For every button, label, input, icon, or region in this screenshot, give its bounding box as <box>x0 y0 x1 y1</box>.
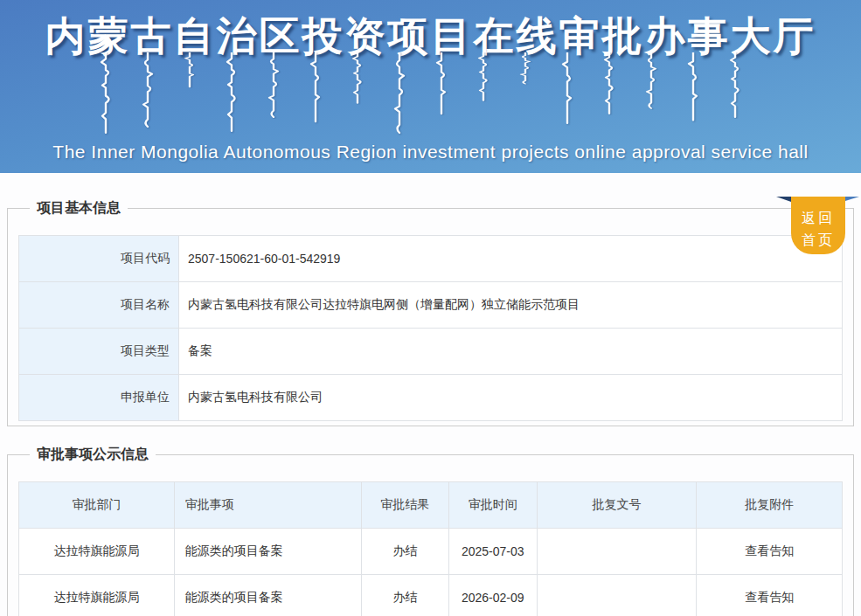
basic-info-section-title: 项目基本信息 <box>30 199 128 218</box>
info-label-project-type: 项目类型 <box>19 329 179 375</box>
table-row: 项目名称 内蒙古氢电科技有限公司达拉特旗电网侧（增量配网）独立储能示范项目 <box>19 282 843 329</box>
page-content: 返回 首页 项目基本信息 项目代码 2507-150621-60-01-5429… <box>0 199 861 616</box>
info-value-project-name: 内蒙古氢电科技有限公司达拉特旗电网侧（增量配网）独立储能示范项目 <box>179 282 843 329</box>
info-value-project-code: 2507-150621-60-01-542919 <box>179 236 843 282</box>
mongolian-script-decoration <box>38 52 824 136</box>
table-row: 达拉特旗能源局 能源类的项目备案 办结 2026-02-09 查看告知 <box>19 575 843 616</box>
basic-info-table: 项目代码 2507-150621-60-01-542919 项目名称 内蒙古氢电… <box>18 235 843 421</box>
back-home-label-line2: 首页 <box>802 232 835 247</box>
table-header-row: 审批部门 审批事项 审批结果 审批时间 批复文号 批复附件 <box>19 482 843 529</box>
table-row: 申报单位 内蒙古氢电科技有限公司 <box>19 375 843 421</box>
cell-result: 办结 <box>361 529 448 575</box>
info-label-declaring-unit: 申报单位 <box>19 375 179 421</box>
info-value-project-type: 备案 <box>179 329 843 375</box>
site-subtitle-english: The Inner Mongolia Autonomous Region inv… <box>0 142 861 163</box>
info-label-project-name: 项目名称 <box>19 282 179 329</box>
site-title-chinese: 内蒙古自治区投资项目在线审批办事大厅 <box>0 0 861 49</box>
col-header-time: 审批时间 <box>449 482 537 529</box>
table-row: 项目代码 2507-150621-60-01-542919 <box>19 236 843 282</box>
cell-department: 达拉特旗能源局 <box>19 575 175 616</box>
info-value-declaring-unit: 内蒙古氢电科技有限公司 <box>179 375 843 421</box>
approval-info-section-title: 审批事项公示信息 <box>30 446 156 464</box>
basic-info-section: 项目基本信息 项目代码 2507-150621-60-01-542919 项目名… <box>7 199 854 426</box>
approval-info-table: 审批部门 审批事项 审批结果 审批时间 批复文号 批复附件 达拉特旗能源局 能源… <box>18 481 843 616</box>
approval-info-section: 审批事项公示信息 审批部门 审批事项 审批结果 审批时间 批复文号 批复附件 达… <box>7 446 854 616</box>
col-header-department: 审批部门 <box>19 482 175 529</box>
back-home-button[interactable]: 返回 首页 <box>791 197 845 254</box>
site-banner: 内蒙古自治区投资项目在线审批办事大厅 The Inner Mongolia Au… <box>0 0 861 173</box>
cell-attachment: 查看告知 <box>697 529 843 575</box>
table-row: 项目类型 备案 <box>19 329 843 375</box>
col-header-attachment: 批复附件 <box>697 482 843 529</box>
cell-attachment: 查看告知 <box>697 575 843 616</box>
cell-doc-number <box>537 575 697 616</box>
col-header-item: 审批事项 <box>174 482 361 529</box>
cell-time: 2026-02-09 <box>449 575 537 616</box>
col-header-doc-number: 批复文号 <box>537 482 697 529</box>
info-label-project-code: 项目代码 <box>19 236 179 282</box>
view-notice-link[interactable]: 查看告知 <box>745 543 794 557</box>
cell-item: 能源类的项目备案 <box>174 529 361 575</box>
col-header-result: 审批结果 <box>361 482 448 529</box>
cell-department: 达拉特旗能源局 <box>19 529 175 575</box>
cell-item: 能源类的项目备案 <box>174 575 361 616</box>
cell-result: 办结 <box>361 575 448 616</box>
back-home-label-line1: 返回 <box>802 211 835 225</box>
view-notice-link[interactable]: 查看告知 <box>745 590 794 604</box>
cell-time: 2025-07-03 <box>449 529 537 575</box>
cell-doc-number <box>537 529 697 575</box>
table-row: 达拉特旗能源局 能源类的项目备案 办结 2025-07-03 查看告知 <box>19 529 843 575</box>
